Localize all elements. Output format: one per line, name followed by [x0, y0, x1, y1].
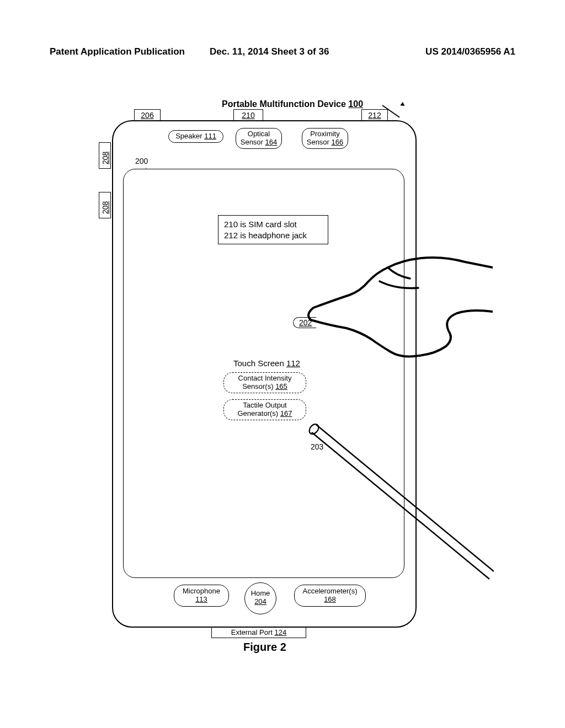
- ref-208-box-a: 208: [99, 142, 111, 169]
- ref-208-text-a: 208: [101, 148, 110, 164]
- note-box: 210 is SIM card slot 212 is headphone ja…: [218, 215, 328, 244]
- touch-screen-text: Touch Screen: [233, 358, 286, 368]
- figure-area: Portable Multifunction Device 100 206 21…: [91, 99, 494, 656]
- svg-line-1: [316, 425, 494, 571]
- optical-ref: 164: [265, 138, 278, 146]
- speaker-box: Speaker 111: [168, 130, 223, 143]
- ext-port-label: External Port: [231, 628, 275, 636]
- ref-210-box: 210: [233, 109, 263, 121]
- header-right: US 2014/0365956 A1: [425, 46, 515, 57]
- speaker-label: Speaker: [175, 132, 204, 140]
- tactile-ref: 167: [280, 409, 292, 417]
- speaker-ref: 111: [204, 132, 216, 140]
- accelerometer-box: Accelerometer(s) 168: [294, 585, 366, 607]
- tactile-output-box: Tactile Output Generator(s) 167: [223, 399, 306, 420]
- ref-212-box: 212: [361, 109, 388, 121]
- ref-202: 202: [293, 317, 316, 328]
- svg-line-2: [312, 432, 489, 579]
- home-label: Home: [245, 590, 276, 598]
- device-title: Portable Multifunction Device 100: [91, 99, 494, 109]
- hand-icon: [300, 248, 493, 386]
- contact-intensity-box: Contact Intensity Sensor(s) 165: [223, 372, 306, 393]
- accel-label: Accelerometer(s): [296, 587, 364, 596]
- external-port-box: External Port 124: [211, 627, 306, 638]
- accel-ref: 168: [296, 596, 364, 604]
- home-button: Home 204: [244, 582, 276, 614]
- stylus-icon: [306, 419, 494, 585]
- microphone-box: Microphone 113: [174, 585, 229, 607]
- contact-ref: 165: [275, 382, 287, 390]
- mic-label: Microphone: [175, 587, 227, 596]
- ref-200: 200: [135, 157, 148, 165]
- note-line-2: 212 is headphone jack: [224, 230, 322, 241]
- ref-208-text-b: 208: [101, 197, 110, 214]
- tactile-label: Tactile Output Generator(s): [237, 401, 286, 417]
- mic-ref: 113: [175, 596, 227, 604]
- ref-208-box-b: 208: [99, 192, 111, 218]
- figure-caption: Figure 2: [91, 641, 439, 654]
- optical-sensor-box: Optical Sensor 164: [236, 128, 282, 149]
- proximity-sensor-box: Proximity Sensor 166: [302, 128, 348, 149]
- device-title-ref: 100: [348, 99, 363, 109]
- ref-206-box: 206: [134, 109, 161, 121]
- proximity-ref: 166: [332, 138, 344, 146]
- touch-screen-ref: 112: [286, 358, 300, 368]
- touch-screen-label: Touch Screen 112: [233, 358, 300, 368]
- home-ref: 204: [245, 598, 276, 606]
- device-title-text: Portable Multifunction Device: [222, 99, 348, 109]
- header-center: Dec. 11, 2014 Sheet 3 of 36: [210, 46, 329, 57]
- ext-port-ref: 124: [275, 628, 287, 636]
- note-line-1: 210 is SIM card slot: [224, 219, 322, 230]
- header-left: Patent Application Publication: [50, 46, 185, 57]
